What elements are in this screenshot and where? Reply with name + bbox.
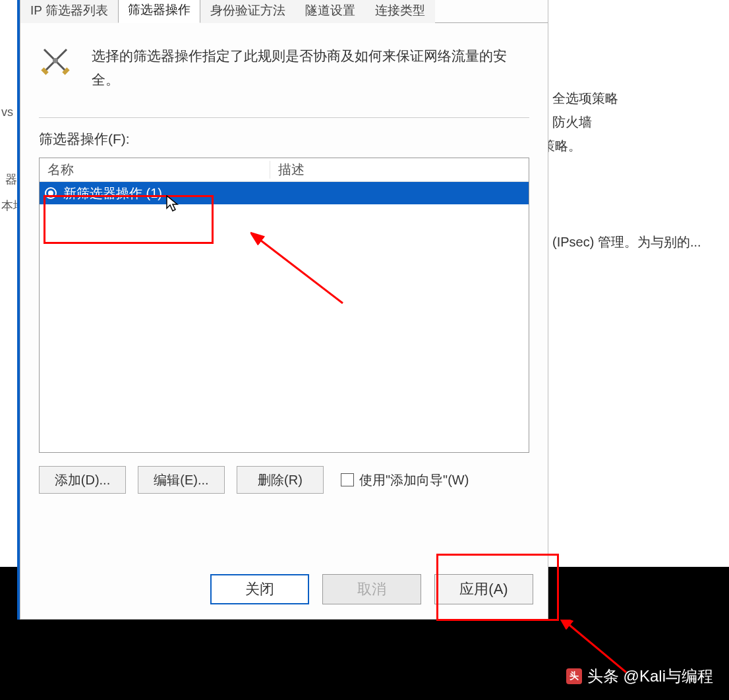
- watermark: 头 头条 @Kali与编程: [566, 666, 713, 687]
- list-header: 名称 描述: [40, 158, 529, 182]
- toutiao-icon: 头: [566, 668, 582, 684]
- bg-text: vs: [1, 105, 13, 119]
- radio-selected-icon: [45, 187, 57, 199]
- dialog-content: 选择的筛选器操作指定了此规则是否协商及如何来保证网络流量的安全。 筛选器操作(F…: [20, 23, 548, 500]
- remove-button[interactable]: 删除(R): [237, 466, 324, 494]
- tab-filter-action[interactable]: 筛选器操作: [118, 0, 200, 23]
- filter-actions-label: 筛选器操作(F):: [39, 130, 529, 148]
- svg-line-6: [567, 623, 626, 672]
- edit-button[interactable]: 编辑(E)...: [138, 466, 225, 494]
- checkbox-icon: [341, 473, 354, 486]
- crossed-swords-icon: [39, 44, 72, 77]
- bg-text: (IPsec) 管理。为与别的...: [552, 233, 701, 251]
- apply-button[interactable]: 应用(A): [434, 574, 533, 604]
- add-button[interactable]: 添加(D)...: [39, 466, 126, 494]
- bg-text: 器: [5, 171, 17, 187]
- cancel-button: 取消: [322, 574, 421, 604]
- tab-connection-type[interactable]: 连接类型: [365, 0, 435, 23]
- column-description-header[interactable]: 描述: [270, 161, 529, 179]
- bg-text: 防火墙: [552, 113, 592, 131]
- divider: [39, 117, 529, 118]
- filter-action-dialog: IP 筛选器列表 筛选器操作 身份验证方法 隧道设置 连接类型 选择的筛选器操作…: [20, 0, 548, 620]
- tab-auth-method[interactable]: 身份验证方法: [200, 0, 295, 23]
- watermark-text: 头条 @Kali与编程: [587, 666, 713, 687]
- use-wizard-checkbox-wrap[interactable]: 使用"添加向导"(W): [341, 471, 469, 489]
- tab-tunnel-settings[interactable]: 隧道设置: [295, 0, 365, 23]
- bg-text: 全选项策略: [552, 90, 618, 107]
- tab-ip-filter-list[interactable]: IP 筛选器列表: [20, 0, 118, 23]
- tab-bar: IP 筛选器列表 筛选器操作 身份验证方法 隧道设置 连接类型: [20, 0, 548, 23]
- dialog-description: 选择的筛选器操作指定了此规则是否协商及如何来保证网络流量的安全。: [92, 44, 529, 91]
- column-name-header[interactable]: 名称: [40, 161, 270, 179]
- list-item-name: 新筛选器操作 (1): [63, 185, 162, 202]
- list-item[interactable]: 新筛选器操作 (1): [40, 182, 529, 204]
- use-wizard-label: 使用"添加向导"(W): [359, 471, 469, 489]
- close-button[interactable]: 关闭: [210, 574, 309, 604]
- svg-point-4: [53, 58, 58, 63]
- filter-actions-listbox[interactable]: 名称 描述 新筛选器操作 (1): [39, 158, 529, 453]
